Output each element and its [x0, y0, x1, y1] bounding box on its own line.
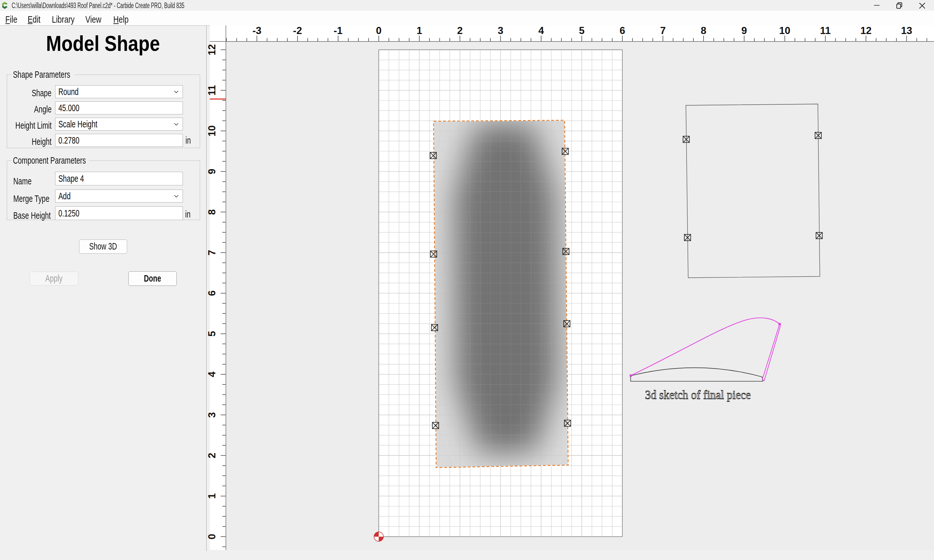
svg-text:-3: -3 — [252, 25, 261, 36]
svg-text:11: 11 — [820, 25, 831, 36]
svg-text:1: 1 — [206, 493, 217, 499]
svg-text:10: 10 — [779, 25, 790, 36]
svg-text:7: 7 — [206, 250, 217, 255]
svg-text:0: 0 — [206, 534, 217, 539]
svg-text:-1: -1 — [334, 25, 343, 36]
svg-text:-2: -2 — [293, 25, 302, 36]
svg-text:13: 13 — [901, 25, 912, 36]
svg-text:2: 2 — [206, 453, 217, 458]
svg-text:0: 0 — [376, 25, 381, 36]
svg-text:9: 9 — [741, 25, 747, 36]
svg-text:3: 3 — [206, 412, 217, 418]
svg-text:3: 3 — [498, 25, 503, 36]
svg-text:7: 7 — [660, 25, 666, 36]
svg-text:8: 8 — [206, 209, 217, 215]
svg-text:6: 6 — [620, 25, 625, 36]
svg-text:12: 12 — [206, 44, 217, 55]
svg-text:8: 8 — [701, 25, 706, 36]
svg-text:12: 12 — [860, 25, 871, 36]
svg-text:1: 1 — [416, 25, 422, 36]
svg-text:4: 4 — [538, 25, 544, 36]
svg-text:9: 9 — [206, 169, 217, 174]
svg-text:11: 11 — [206, 85, 217, 95]
svg-text:3d sketch of final piece: 3d sketch of final piece — [645, 388, 751, 402]
svg-text:6: 6 — [206, 290, 217, 296]
svg-text:5: 5 — [206, 331, 217, 336]
svg-text:2: 2 — [457, 25, 463, 36]
svg-text:5: 5 — [579, 25, 584, 36]
svg-text:4: 4 — [206, 371, 217, 377]
svg-text:10: 10 — [206, 125, 217, 137]
